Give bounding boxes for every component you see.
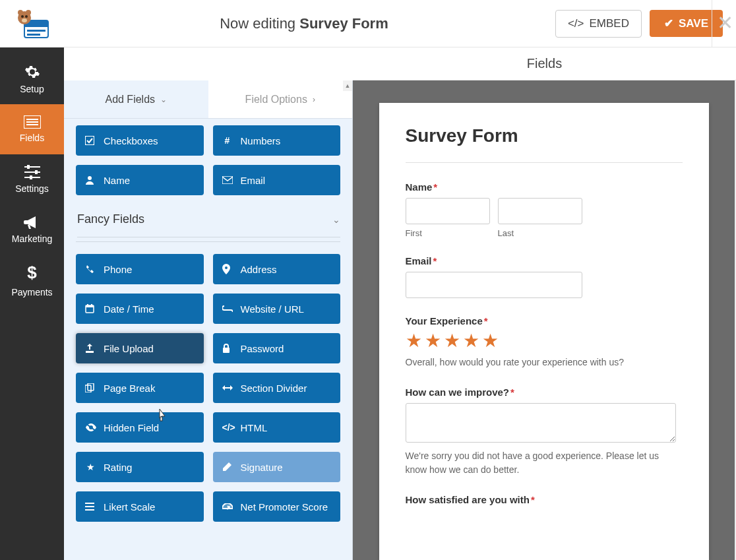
svg-rect-22 (222, 176, 233, 184)
nav-payments[interactable]: $ Payments (0, 255, 64, 305)
embed-button[interactable]: </> EMBED (555, 10, 642, 38)
required-asterisk: * (433, 255, 437, 266)
field-address[interactable]: Address (213, 254, 341, 284)
section-label: Fancy Fields (77, 212, 144, 226)
improve-textarea[interactable] (406, 403, 676, 443)
svg-point-6 (25, 15, 28, 18)
pencil-icon (222, 462, 233, 472)
field-label: Rating (104, 462, 132, 473)
list-icon (24, 115, 41, 129)
improve-desc: We're sorry you did not have a good expe… (406, 449, 683, 477)
dash-icon (222, 503, 233, 510)
tab-label: Field Options (245, 94, 307, 106)
phone-icon (85, 264, 96, 274)
field-date-time[interactable]: Date / Time (76, 294, 204, 324)
star-icon[interactable]: ★ (463, 332, 479, 350)
bars-icon (85, 503, 96, 511)
field-password[interactable]: Password (213, 333, 341, 363)
scroll-up-icon[interactable]: ▲ (343, 80, 352, 91)
field-page-break[interactable]: Page Break (76, 373, 204, 403)
field-file-upload[interactable]: File Upload (76, 333, 204, 363)
nav-marketing[interactable]: Marketing (0, 204, 64, 255)
tab-label: Add Fields (105, 94, 155, 106)
tab-add-fields[interactable]: Add Fields ⌄ (64, 80, 208, 118)
improve-label: How can we improve?* (406, 387, 683, 398)
nav-label: Settings (15, 183, 49, 194)
field-numbers[interactable]: #Numbers (213, 125, 341, 156)
top-bar: Now editing Survey Form </> EMBED ✔ SAVE… (0, 0, 736, 47)
copy-icon (85, 383, 96, 392)
experience-label: Your Experience* (406, 315, 683, 327)
svg-rect-26 (91, 304, 92, 306)
email-input[interactable] (406, 272, 582, 298)
star-icon: ★ (85, 462, 96, 472)
star-icon[interactable]: ★ (406, 332, 422, 350)
star-rating[interactable]: ★ ★ ★ ★ ★ (406, 332, 683, 350)
check-icon (85, 136, 96, 145)
field-label: Email (241, 175, 266, 186)
svg-rect-17 (27, 165, 30, 169)
tab-field-options[interactable]: Field Options › (208, 80, 353, 118)
field-label: Page Break (104, 383, 155, 394)
field-label: Hidden Field (104, 422, 159, 433)
svg-rect-2 (27, 30, 46, 32)
svg-point-21 (88, 176, 92, 180)
nav-setup[interactable]: Setup (0, 54, 64, 104)
star-icon[interactable]: ★ (425, 332, 441, 350)
field-name[interactable]: Name (76, 165, 204, 195)
chevron-right-icon: › (313, 95, 315, 104)
field-hidden-field[interactable]: Hidden Field (76, 412, 204, 443)
field-html[interactable]: </>HTML (213, 412, 341, 443)
nav-label: Marketing (12, 233, 52, 244)
field-label: HTML (241, 422, 268, 433)
field-section-divider[interactable]: Section Divider (213, 373, 341, 403)
app-logo (13, 7, 53, 40)
nav-settings[interactable]: Settings (0, 154, 64, 204)
check-icon: ✔ (664, 16, 673, 30)
pin-icon (222, 264, 233, 274)
svg-rect-3 (27, 34, 40, 36)
form-name: Survey Form (299, 15, 388, 32)
field-label: File Upload (104, 343, 154, 354)
field-phone[interactable]: Phone (76, 254, 204, 284)
editing-prefix: Now editing (220, 15, 299, 32)
fancy-fields-header[interactable]: Fancy Fields ⌄ (77, 212, 340, 237)
star-icon[interactable]: ★ (482, 332, 499, 350)
page-title: Now editing Survey Form (53, 15, 555, 32)
svg-rect-15 (24, 171, 40, 173)
svg-rect-33 (85, 506, 94, 507)
field-signature[interactable]: Signature (213, 452, 341, 482)
field-email[interactable]: Email (213, 165, 341, 195)
fields-panel-title: Fields (353, 47, 736, 80)
field-label: Website / URL (241, 303, 304, 315)
arrows-icon (222, 385, 233, 391)
form-card[interactable]: Survey Form Name* First (379, 103, 709, 560)
svg-rect-14 (24, 166, 40, 168)
gear-icon (24, 64, 40, 80)
field-website-url[interactable]: Website / URL (213, 294, 341, 324)
user-icon (85, 175, 96, 185)
field-net-promoter-score[interactable]: Net Promoter Score (213, 491, 341, 522)
svg-rect-13 (26, 124, 38, 125)
nav-fields[interactable]: Fields (0, 104, 64, 154)
field-label: Date / Time (104, 303, 154, 315)
left-nav: Setup Fields Settings Marketing (0, 47, 64, 560)
first-name-input[interactable] (406, 198, 490, 224)
field-checkboxes[interactable]: Checkboxes (76, 125, 204, 156)
form-title: Survey Form (406, 125, 683, 146)
mail-icon (222, 176, 233, 184)
last-name-input[interactable] (498, 198, 582, 224)
field-likert-scale[interactable]: Likert Scale (76, 491, 204, 522)
field-label: Checkboxes (104, 135, 158, 146)
field-rating[interactable]: ★Rating (76, 452, 204, 482)
chevron-down-icon: ⌄ (332, 214, 340, 225)
star-icon[interactable]: ★ (444, 332, 460, 350)
close-icon[interactable]: ✕ (717, 13, 733, 33)
field-label: Numbers (241, 135, 281, 146)
name-label: Name* (406, 181, 683, 193)
svg-point-9 (26, 10, 31, 15)
satisfied-label: How satisfied are you with* (406, 494, 683, 505)
field-label: Likert Scale (104, 501, 155, 513)
code-icon: </> (568, 17, 584, 30)
field-label: Net Promoter Score (241, 501, 328, 513)
